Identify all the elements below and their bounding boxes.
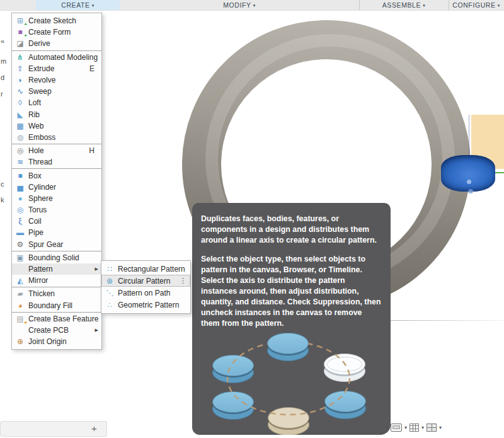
menu-item-thread[interactable]: ≋Thread (12, 156, 101, 168)
create-base-feature-icon-badge: ● (24, 320, 27, 325)
menu-item-bounding-solid[interactable]: ▣Bounding Solid (12, 252, 101, 263)
pattern-disk-tan (268, 407, 309, 435)
menu-item-extrude[interactable]: ⇧ExtrudeE (12, 63, 101, 74)
sweep-icon: ∿ (15, 86, 25, 96)
menu-item-create-form[interactable]: ■+Create Form (12, 26, 101, 38)
chevron-down-icon[interactable]: ▾ (404, 425, 407, 430)
menu-item-label: Extrude (28, 64, 89, 73)
menu-item-pipe[interactable]: ▬Pipe (12, 227, 101, 238)
tab-assemble[interactable]: ASSEMBLE▾ (359, 0, 449, 10)
menu-item-joint-origin[interactable]: ⊕Joint Origin (12, 336, 101, 347)
tab-configure[interactable]: CONFIGURE▾ (449, 0, 504, 10)
submenu-arrow-icon: ▶ (95, 267, 98, 272)
menu-item-shortcut: E (89, 64, 94, 73)
menu-item-thicken[interactable]: ▰Thicken (12, 288, 101, 299)
timeline-add-button[interactable]: + (91, 423, 97, 434)
menu-item-label: Spur Gear (28, 240, 99, 249)
menu-item-automated-modeling[interactable]: ⋔Automated Modeling (12, 52, 101, 63)
pattern-disk-white (324, 354, 365, 383)
viewports-icon[interactable] (427, 424, 437, 432)
menu-item-rib[interactable]: ◣Rib (12, 109, 101, 120)
toolbar: CREATE▾ MODIFY▾ ASSEMBLE▾ CONFIGURE▾ (0, 0, 504, 11)
pattern-on-path-icon: ⋱ (105, 288, 115, 298)
menu-item-label: Rib (28, 110, 99, 119)
disk-side (212, 398, 254, 420)
menu-item-circular-pattern[interactable]: ⊛Circular Pattern⋮ (101, 275, 190, 287)
menu-item-derive[interactable]: ◪Derive (12, 38, 101, 49)
menu-item-create-base-feature[interactable]: ▤●Create Base Feature (12, 313, 101, 325)
menu-item-coil[interactable]: ξCoil (12, 216, 101, 227)
menu-item-rectangular-pattern[interactable]: ∷Rectangular Pattern (101, 263, 190, 275)
menu-item-label: Bounding Solid (28, 253, 99, 262)
menu-item-web[interactable]: ▦Web (12, 120, 101, 132)
menu-item-loft[interactable]: ◊Loft (12, 97, 101, 108)
menu-item-cylinder[interactable]: ▅Cylinder (12, 182, 101, 193)
loft-icon: ◊ (15, 98, 25, 108)
menu-item-pattern-on-path[interactable]: ⋱Pattern on Path (101, 287, 190, 299)
browser-text-fragment: r (1, 90, 3, 98)
disk-side (268, 414, 309, 435)
chevron-down-icon[interactable]: ▾ (439, 425, 442, 430)
grid-display-icon[interactable] (410, 424, 419, 432)
chevron-down-icon: ▾ (423, 3, 425, 8)
menu-item-spur-gear[interactable]: ⚙Spur Gear (12, 239, 101, 250)
extrude-icon: ⇧ (15, 64, 25, 74)
menu-separator (12, 144, 101, 144)
pattern-submenu: ∷Rectangular Pattern⊛Circular Pattern⋮⋱P… (101, 260, 191, 314)
menu-item-label: Sweep (28, 87, 99, 96)
menu-item-mirror[interactable]: ◭Mirror (12, 275, 101, 286)
disk-face (324, 354, 365, 375)
menu-item-emboss[interactable]: ◍Emboss (12, 132, 101, 143)
menu-item-sweep[interactable]: ∿Sweep (12, 86, 101, 97)
tab-assemble-label: ASSEMBLE (382, 1, 421, 9)
geometric-pattern-icon: ∴ (105, 300, 115, 310)
menu-item-revolve[interactable]: ◗Revolve (12, 74, 101, 86)
menu-item-hole[interactable]: ◎HoleH (12, 145, 101, 156)
tab-create[interactable]: CREATE▾ (36, 0, 120, 10)
menu-item-pattern[interactable]: Pattern▶ (12, 263, 101, 275)
menu-item-label: Create Base Feature (28, 314, 99, 323)
menu-item-geometric-pattern[interactable]: ∴Geometric Pattern (101, 299, 190, 311)
fusion-window: «mdrck CREATE▾ MODIFY▾ ASSEMBLE▾ CONFIGU… (0, 0, 504, 438)
menu-item-box[interactable]: ■Box (12, 170, 101, 181)
display-settings-icon[interactable] (391, 424, 402, 432)
tab-modify[interactable]: MODIFY▾ (120, 0, 359, 10)
rib-icon: ◣ (15, 110, 25, 120)
menu-item-boundary-fill[interactable]: ◕Boundary Fill (12, 300, 101, 311)
sphere-icon: ● (15, 193, 25, 204)
disk-side (324, 398, 366, 419)
rectangular-pattern-icon: ∷ (105, 264, 115, 274)
bounding-solid-icon: ▣ (15, 253, 25, 263)
toolbar-separator (359, 0, 360, 10)
menu-item-sphere[interactable]: ●Sphere (12, 193, 101, 204)
menu-item-label: Rectangular Pattern (118, 265, 188, 274)
menu-separator (12, 168, 101, 169)
disk-face (268, 407, 309, 429)
menu-item-label: Create PCB (28, 326, 95, 335)
menu-item-label: Circular Pattern (118, 277, 180, 285)
circular-pattern-icon: ⊛ (105, 276, 115, 286)
emboss-icon: ◍ (15, 132, 25, 142)
menu-item-label: Pattern on Path (118, 289, 188, 297)
disk-side (267, 340, 309, 361)
overflow-menu-icon[interactable]: ⋮ (180, 277, 186, 285)
menu-item-label: Pipe (28, 228, 99, 237)
menu-item-label: Pattern (28, 265, 95, 274)
create-menu: ⊞+Create Sketch■+Create Form◪Derive⋔Auto… (11, 13, 102, 350)
menu-item-torus[interactable]: ◎Torus (12, 204, 101, 216)
menu-separator (12, 251, 101, 251)
hole-icon: ◎ (15, 146, 25, 156)
menu-item-create-pcb[interactable]: Create PCB▶ (12, 325, 101, 336)
menu-item-create-sketch[interactable]: ⊞+Create Sketch (12, 15, 101, 26)
menu-item-label: Geometric Pattern (118, 301, 188, 309)
chevron-down-icon[interactable]: ▾ (386, 425, 388, 430)
thicken-icon: ▰ (15, 289, 25, 299)
origin-point-marker-2 (468, 189, 473, 193)
menu-item-label: Torus (28, 205, 99, 214)
box-icon: ■ (15, 171, 25, 181)
chevron-down-icon[interactable]: ▾ (421, 425, 424, 430)
pattern-body[interactable] (441, 155, 495, 192)
origin-point-marker (467, 180, 471, 184)
tooltip-paragraph: Duplicates faces, bodies, features, or c… (201, 214, 382, 246)
tab-create-label: CREATE (61, 1, 89, 9)
